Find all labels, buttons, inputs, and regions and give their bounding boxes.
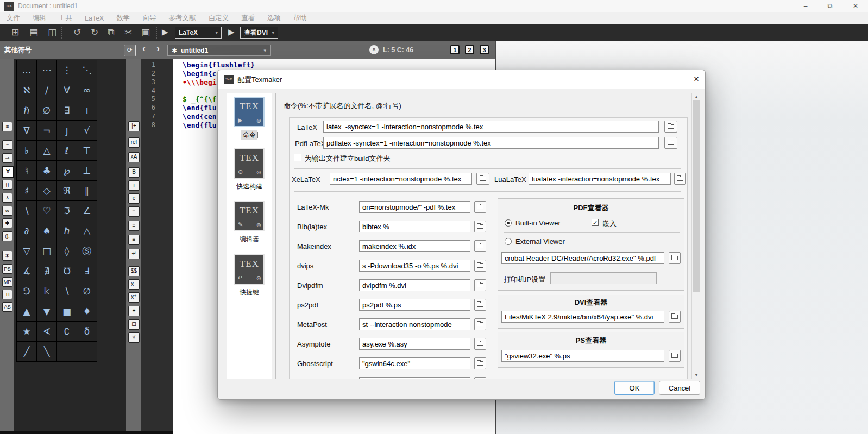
builtin-viewer-radio[interactable] xyxy=(505,219,512,227)
symbol-cell[interactable]: ∃ xyxy=(57,100,77,120)
relation-symbols-icon[interactable]: ÷ xyxy=(2,140,12,150)
symbol-cell[interactable]: ℜ xyxy=(57,181,77,200)
symbol-cell[interactable]: ▽ xyxy=(17,241,36,261)
arrow-symbols-icon[interactable]: ⇒ xyxy=(2,153,12,163)
copy-icon[interactable]: ⧉ xyxy=(104,27,117,39)
symbol-cell[interactable]: ∞ xyxy=(77,80,97,100)
previous-document-icon[interactable]: ‹ xyxy=(142,43,146,54)
scroll-down-icon[interactable]: ▼ xyxy=(692,373,701,378)
command-input[interactable] xyxy=(359,201,470,213)
symbol-cell[interactable]: ℧ xyxy=(57,261,77,281)
label-icon[interactable]: |+ xyxy=(128,121,140,131)
frac-icon[interactable]: ÷ xyxy=(128,306,140,316)
xelatex-command-input[interactable] xyxy=(330,173,472,185)
symbol-cell[interactable]: Ⅎ xyxy=(77,261,97,281)
symbol-cell[interactable]: ▼ xyxy=(37,301,56,321)
pdflatex-command-input[interactable] xyxy=(323,137,659,149)
pdf-viewer-browse-button[interactable] xyxy=(669,252,681,264)
align-right-icon[interactable]: ≡ xyxy=(128,235,140,245)
symbol-cell[interactable] xyxy=(57,342,77,361)
settings-nav-item[interactable]: TEX ↵ ⊛ 快捷键 xyxy=(227,254,272,297)
metapost-icon[interactable]: MP xyxy=(2,277,12,287)
dfrac-icon[interactable]: ⊟ xyxy=(128,319,140,330)
command-browse-button[interactable] xyxy=(474,318,486,330)
dialog-scrollbar[interactable]: ▲ ▼ xyxy=(691,93,701,379)
dialog-title-bar[interactable]: TeX 配置Texmaker ✕ xyxy=(218,70,705,89)
menu-item[interactable]: LaTeX xyxy=(85,15,104,22)
view-mode-button[interactable]: 3 xyxy=(480,45,489,54)
symbol-cell[interactable]: ╲ xyxy=(37,342,56,361)
save-icon[interactable]: ◫ xyxy=(46,27,59,39)
ps-viewer-path-input[interactable] xyxy=(501,350,664,362)
symbol-cell[interactable] xyxy=(77,342,97,361)
symbol-cell[interactable]: ℓ xyxy=(57,141,77,160)
menu-item[interactable]: 工具 xyxy=(59,14,72,23)
symbol-cell[interactable]: ℑ xyxy=(57,201,77,221)
symbol-cell[interactable]: 𝕜 xyxy=(37,281,56,301)
command-input[interactable] xyxy=(359,338,470,350)
symbol-cell[interactable]: ∅ xyxy=(77,281,97,301)
symbol-cell[interactable]: ⋯ xyxy=(37,60,56,80)
cancel-button[interactable]: Cancel xyxy=(659,381,700,395)
menu-item[interactable]: 查看 xyxy=(241,14,255,23)
command-input[interactable] xyxy=(359,240,470,252)
run-build-icon[interactable]: ▶ xyxy=(162,27,168,37)
menu-item[interactable]: 数学 xyxy=(116,14,130,23)
menu-item[interactable]: 帮助 xyxy=(293,14,307,23)
symbol-cell[interactable]: ∄ xyxy=(37,261,56,281)
symbol-cell[interactable]: ℏ xyxy=(57,221,77,241)
command-input[interactable] xyxy=(359,221,470,232)
symbol-cell[interactable]: ð xyxy=(77,322,97,341)
menu-item[interactable]: 向导 xyxy=(142,14,156,23)
view-mode-button[interactable]: 2 xyxy=(465,45,474,54)
settings-nav-item[interactable]: TEX ⊙ ⊛ 快速构建 xyxy=(227,148,272,191)
bold-icon[interactable]: B xyxy=(128,167,140,178)
dvi-viewer-path-input[interactable] xyxy=(501,311,664,323)
symbol-cell[interactable]: ȷ xyxy=(57,121,77,140)
symbol-cell[interactable]: ∡ xyxy=(17,261,36,281)
command-input[interactable] xyxy=(359,357,470,369)
command-input[interactable] xyxy=(359,279,470,291)
close-button[interactable]: ✕ xyxy=(847,1,864,11)
emphasis-icon[interactable]: e xyxy=(128,193,140,204)
ps-viewer-browse-button[interactable] xyxy=(669,350,681,362)
close-document-icon[interactable]: ✕ xyxy=(369,45,379,54)
menu-item[interactable]: 文件 xyxy=(7,14,20,23)
newline-icon[interactable]: ↵ xyxy=(128,249,140,259)
cut-icon[interactable]: ✂ xyxy=(122,27,135,39)
symbol-cell[interactable]: ∢ xyxy=(37,322,56,341)
lualatex-command-input[interactable] xyxy=(529,173,671,185)
scroll-up-icon[interactable]: ▲ xyxy=(692,95,701,99)
symbol-cell[interactable]: ∂ xyxy=(17,221,36,241)
symbol-cell[interactable]: … xyxy=(17,60,36,80)
lualatex-browse-button[interactable] xyxy=(674,173,686,185)
subscript-icon[interactable]: x₋ xyxy=(128,279,140,290)
symbol-cell[interactable]: ℵ xyxy=(17,80,36,100)
scrollbar-thumb[interactable] xyxy=(693,100,700,292)
embed-checkbox[interactable]: ✓ xyxy=(592,219,599,226)
symbol-cell[interactable]: ■ xyxy=(57,301,77,321)
refresh-icon[interactable]: ⟳ xyxy=(124,45,136,56)
symbol-cell[interactable]: □ xyxy=(37,241,56,261)
greek-letters-icon[interactable]: λ xyxy=(2,193,12,203)
command-browse-button[interactable] xyxy=(474,279,486,291)
symbol-cell[interactable]: ★ xyxy=(17,322,36,341)
asymptote-icon[interactable]: AS xyxy=(2,302,12,312)
symbol-cell[interactable]: ⊤ xyxy=(77,141,97,160)
symbol-cell[interactable]: △ xyxy=(77,221,97,241)
symbol-cell[interactable]: ⊥ xyxy=(77,161,97,180)
open-document-select[interactable]: ✱ untitled1 ▾ xyxy=(167,45,271,56)
symbol-cell[interactable]: ∥ xyxy=(77,181,97,200)
misc-symbols-icon[interactable]: ∀ xyxy=(2,166,14,178)
symbol-cell[interactable]: ♯ xyxy=(17,181,36,200)
command-input[interactable] xyxy=(359,260,470,272)
command-input[interactable] xyxy=(359,377,470,379)
next-document-icon[interactable]: › xyxy=(156,43,160,54)
ok-button[interactable]: OK xyxy=(614,381,655,395)
printer-ip-input[interactable] xyxy=(550,272,657,284)
settings-nav-item[interactable]: TEX ▶ ⊛ 命令 xyxy=(227,97,272,140)
pstricks-icon[interactable]: PS xyxy=(2,264,12,274)
symbol-cell[interactable]: ◊ xyxy=(57,241,77,261)
symbol-cell[interactable]: ▲ xyxy=(17,301,36,321)
command-browse-button[interactable] xyxy=(474,357,486,369)
